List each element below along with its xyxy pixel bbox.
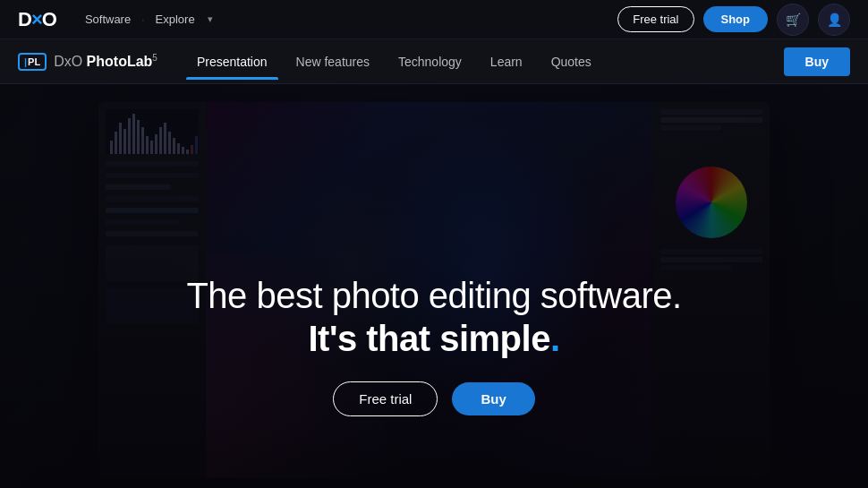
hero-title-line1: The best photo editing software. xyxy=(0,274,868,317)
nav-separator: · xyxy=(141,13,144,26)
hero-buttons: Free trial Buy xyxy=(0,381,868,416)
product-nav-left: | PL DxO PhotoLab5 Presentation New feat… xyxy=(18,44,602,80)
hero-content: The best photo editing software. It's th… xyxy=(0,274,868,416)
user-icon: 👤 xyxy=(827,13,842,27)
hero-title-line2: It's that simple. xyxy=(0,317,868,360)
hero-buy-button[interactable]: Buy xyxy=(452,382,534,415)
tab-new-features[interactable]: New features xyxy=(285,44,380,80)
product-dxo: DxO xyxy=(54,54,82,69)
cart-icon: 🛒 xyxy=(786,13,801,27)
top-nav-links: Software · Explore ▾ xyxy=(78,9,213,30)
software-link[interactable]: Software xyxy=(78,9,138,30)
hero-dot: . xyxy=(550,319,560,358)
hero-bold-text: It's that simple xyxy=(308,319,549,358)
product-logo[interactable]: | PL DxO PhotoLab5 xyxy=(18,53,157,71)
top-nav-left: D×O Software · Explore ▾ xyxy=(18,8,213,31)
top-nav-right: Free trial Shop 🛒 👤 xyxy=(617,4,850,36)
product-buy-button[interactable]: Buy xyxy=(784,47,850,76)
hero-section: The best photo editing software. It's th… xyxy=(0,84,868,488)
tab-presentation[interactable]: Presentation xyxy=(186,44,278,80)
product-version: 5 xyxy=(152,53,157,63)
pl-icon: | xyxy=(24,56,27,67)
tab-technology[interactable]: Technology xyxy=(387,44,472,80)
product-nav-links: Presentation New features Technology Lea… xyxy=(186,44,602,80)
tab-learn[interactable]: Learn xyxy=(480,44,533,80)
top-free-trial-button[interactable]: Free trial xyxy=(617,6,694,32)
hero-free-trial-button[interactable]: Free trial xyxy=(333,381,438,416)
dxo-logo-text: D×O xyxy=(18,8,56,31)
user-icon-button[interactable]: 👤 xyxy=(818,4,850,36)
product-photolab: PhotoLab xyxy=(87,54,153,69)
dxo-logo[interactable]: D×O xyxy=(18,8,56,31)
pl-badge: | PL xyxy=(18,53,47,71)
tab-quotes[interactable]: Quotes xyxy=(540,44,602,80)
product-navigation: | PL DxO PhotoLab5 Presentation New feat… xyxy=(0,39,868,84)
explore-link[interactable]: Explore xyxy=(149,9,202,30)
pl-label: PL xyxy=(28,56,40,67)
top-navigation: D×O Software · Explore ▾ Free trial Shop… xyxy=(0,0,868,39)
top-shop-button[interactable]: Shop xyxy=(703,6,769,32)
product-name: DxO PhotoLab5 xyxy=(54,53,157,70)
cart-icon-button[interactable]: 🛒 xyxy=(777,4,809,36)
product-nav-right: Buy xyxy=(784,47,850,76)
